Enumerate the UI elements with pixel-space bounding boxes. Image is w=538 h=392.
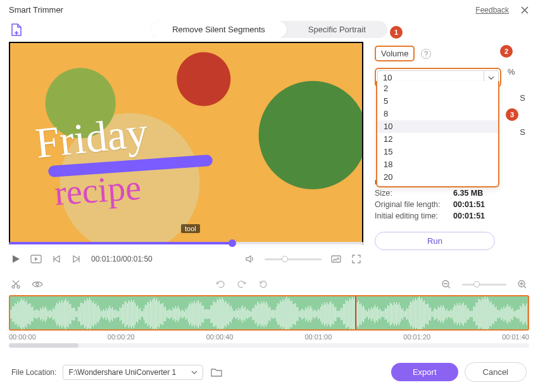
ruler-tick: 00:01:40 [502,333,529,341]
next-frame-icon[interactable] [71,253,82,265]
suffix-S-1: S [520,93,525,103]
fullscreen-icon[interactable] [351,253,362,265]
annotation-3: 3 [506,108,518,121]
init-edit-value: 00:01:51 [453,212,485,220]
tab-remove-silent[interactable]: Remove Silent Segments [151,21,287,38]
tool-tag: tool [181,224,200,233]
overlay-text-recipe: recipe [53,167,142,213]
volume-option[interactable]: 15 [377,146,498,158]
percent-label: % [508,67,515,77]
tab-specific-portrait[interactable]: Specific Portrait [287,21,387,38]
snapshot-icon[interactable] [330,253,342,265]
file-location-select[interactable]: F:\Wondershare UniConverter 1 [63,365,203,380]
reset-icon[interactable] [258,279,269,290]
orig-length-value: 00:01:51 [453,200,485,209]
video-preview[interactable]: Friday recipe tool [9,42,363,244]
undo-icon[interactable] [215,279,226,290]
zoom-out-icon[interactable] [441,279,452,290]
annotation-2: 2 [500,45,513,58]
feedback-link[interactable]: Feedback [475,6,509,15]
annotation-1: 1 [390,26,403,39]
help-icon[interactable]: ? [421,49,431,59]
zoom-slider[interactable] [462,284,506,286]
svg-point-3 [17,286,20,288]
svg-point-2 [12,286,15,288]
volume-option[interactable]: 5 [377,95,498,108]
file-location-label: File Location: [11,368,56,377]
export-button[interactable]: Export [391,363,458,381]
file-location-path: F:\Wondershare UniConverter 1 [68,368,176,377]
volume-option[interactable]: 20 [377,171,498,184]
volume-option[interactable]: 10 [377,120,498,133]
redo-icon[interactable] [236,279,247,290]
volume-slider[interactable] [265,258,322,260]
volume-dropdown-list[interactable]: 2 5 8 10 12 15 18 20 [376,81,499,187]
svg-point-4 [36,283,39,286]
chevron-down-icon [191,369,197,376]
run-button[interactable]: Run [375,232,495,250]
volume-option[interactable]: 2 [377,82,498,95]
open-folder-icon[interactable] [210,365,223,379]
play-selection-icon[interactable] [30,253,42,265]
ruler-tick: 00:00:40 [206,333,234,341]
seek-slider[interactable] [9,242,363,244]
suffix-S-2: S [520,127,525,137]
size-label: Size: [375,189,446,198]
audio-waveform[interactable] [9,295,529,331]
window-title: Smart Trimmer [9,5,63,15]
add-file-icon[interactable] [9,22,24,37]
playback-time: 00:01:10/00:01:50 [91,255,153,263]
cancel-button[interactable]: Cancel [465,362,527,382]
preview-eye-icon[interactable] [32,279,43,290]
zoom-in-icon[interactable] [516,279,528,290]
prev-frame-icon[interactable] [51,253,62,265]
init-edit-label: Initial editing time: [375,212,446,220]
orig-length-label: Original file length: [375,200,446,209]
size-value: 6.35 MB [453,189,483,198]
cut-icon[interactable] [10,279,22,290]
volume-option[interactable]: 18 [377,158,498,171]
ruler-tick: 00:01:00 [304,333,332,341]
play-icon[interactable] [10,253,22,265]
volume-icon[interactable] [244,253,256,265]
volume-option[interactable]: 12 [377,133,498,146]
volume-option[interactable]: 8 [377,108,498,120]
close-icon[interactable] [520,6,529,15]
volume-label: Volume [375,46,415,61]
ruler-tick: 00:00:20 [108,333,135,341]
ruler-tick: 00:01:20 [403,333,430,341]
timeline-scrollbar[interactable] [9,343,529,348]
ruler-tick: 00:00:00 [9,333,36,341]
timeline-playhead[interactable] [355,295,356,331]
